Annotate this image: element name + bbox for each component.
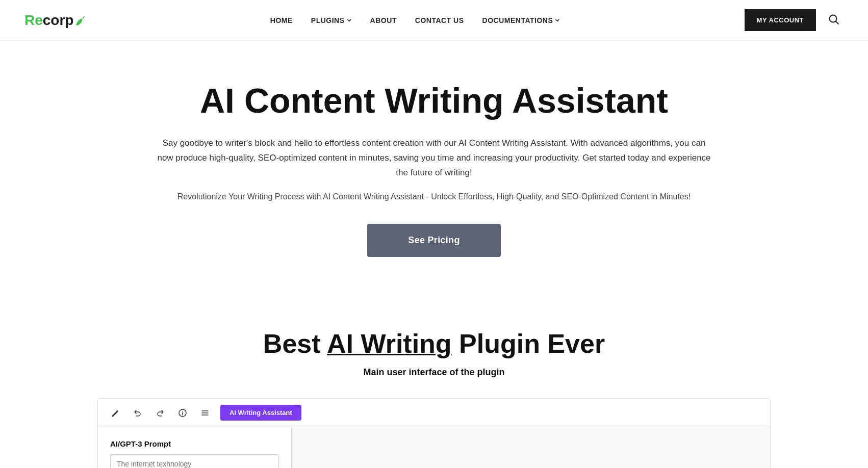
plugin-section: Best AI Writing Plugin Ever Main user in… bbox=[77, 288, 791, 468]
header: Recorp HOME PLUGINS ABOUT CONTACT US DOC… bbox=[0, 0, 868, 41]
nav-documentations[interactable]: DOCUMENTATIONS bbox=[482, 16, 560, 24]
redo-icon[interactable] bbox=[153, 406, 167, 420]
main-nav: HOME PLUGINS ABOUT CONTACT US DOCUMENTAT… bbox=[270, 16, 560, 24]
chevron-down-icon bbox=[347, 18, 352, 23]
plugin-content: AI/GPT-3 Prompt bbox=[98, 427, 770, 468]
svg-line-1 bbox=[835, 21, 838, 24]
hero-tagline: Revolutionize Your Writing Process with … bbox=[148, 190, 720, 203]
chevron-down-icon-docs bbox=[555, 18, 560, 23]
prompt-input[interactable] bbox=[110, 454, 279, 468]
nav-plugins[interactable]: PLUGINS bbox=[311, 16, 352, 24]
logo-corp: corp bbox=[43, 12, 74, 29]
see-pricing-button[interactable]: See Pricing bbox=[367, 224, 500, 257]
ai-writing-assistant-button[interactable]: AI Writing Assistant bbox=[220, 405, 301, 421]
nav-contact[interactable]: CONTACT US bbox=[415, 16, 464, 24]
nav-about[interactable]: ABOUT bbox=[370, 16, 397, 24]
undo-icon[interactable] bbox=[131, 406, 145, 420]
logo-leaf-icon bbox=[74, 15, 86, 26]
my-account-button[interactable]: MY ACCOUNT bbox=[745, 9, 816, 31]
pen-icon[interactable] bbox=[108, 406, 122, 420]
plugin-section-title: Best AI Writing Plugin Ever bbox=[97, 328, 771, 359]
logo[interactable]: Recorp bbox=[24, 12, 86, 29]
plugin-section-subtitle: Main user interface of the plugin bbox=[97, 367, 771, 378]
plugin-ui-mockup: AI Writing Assistant AI/GPT-3 Prompt bbox=[97, 398, 771, 468]
prompt-label: AI/GPT-3 Prompt bbox=[110, 439, 279, 448]
header-right: MY ACCOUNT bbox=[745, 9, 844, 31]
plugin-toolbar: AI Writing Assistant bbox=[98, 399, 770, 427]
plugin-editor[interactable] bbox=[292, 427, 770, 468]
svg-point-4 bbox=[182, 411, 183, 412]
hero-section: AI Content Writing Assistant Say goodbye… bbox=[128, 41, 740, 288]
logo-re: Re bbox=[24, 12, 43, 29]
info-icon[interactable] bbox=[175, 406, 190, 420]
nav-home[interactable]: HOME bbox=[270, 16, 293, 24]
search-button[interactable] bbox=[824, 10, 844, 31]
hero-title: AI Content Writing Assistant bbox=[148, 82, 720, 120]
menu-icon[interactable] bbox=[198, 406, 212, 420]
plugin-sidebar: AI/GPT-3 Prompt bbox=[98, 427, 292, 468]
search-icon bbox=[828, 14, 839, 25]
hero-description: Say goodbye to writer's block and hello … bbox=[154, 136, 714, 180]
